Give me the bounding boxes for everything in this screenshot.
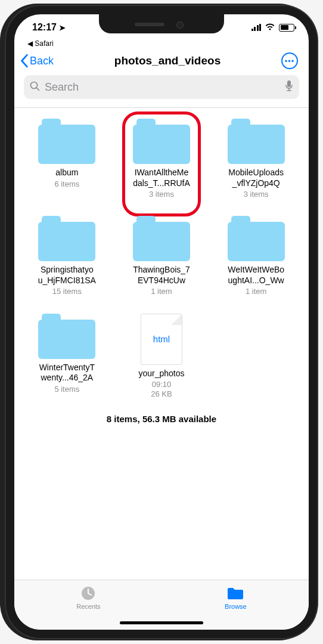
tab-recents[interactable]: Recents — [76, 585, 100, 630]
wifi-icon — [265, 22, 275, 33]
folder-item[interactable]: MobileUploads_vflYZjOp4Q3 items — [213, 119, 299, 199]
item-name: WinterTwentyT — [39, 363, 95, 373]
back-button[interactable]: Back — [20, 54, 54, 67]
item-name: album — [55, 168, 78, 178]
svg-rect-2 — [287, 80, 291, 87]
notch — [99, 14, 224, 33]
item-meta: 1 item — [246, 287, 266, 296]
search-icon — [30, 81, 40, 94]
search-input[interactable] — [40, 81, 285, 94]
item-name-line2: _vflYZjOp4Q — [232, 178, 280, 189]
folder-item[interactable]: album6 items — [24, 119, 110, 199]
folder-icon — [38, 314, 95, 359]
item-meta: 3 items — [149, 190, 174, 199]
folder-icon — [228, 119, 285, 164]
folder-icon — [38, 119, 95, 164]
folder-item[interactable]: WeItWeItWeBoughtAI...O_Ww1 item — [213, 216, 299, 296]
phone-frame: 12:17 ➤ ◀ Safari Back photos_and_videos … — [6, 6, 317, 638]
location-icon: ➤ — [59, 23, 66, 32]
svg-line-1 — [36, 88, 39, 90]
page-title: photos_and_videos — [114, 54, 220, 67]
folder-icon — [38, 216, 95, 261]
item-name: your_photos — [138, 369, 184, 379]
more-button[interactable]: ••• — [281, 52, 298, 69]
item-name: WeItWeItWeBo — [228, 265, 284, 275]
item-name-line2: wenty...46_2A — [41, 373, 93, 383]
tab-label: Recents — [76, 603, 100, 610]
app-return-breadcrumb[interactable]: ◀ Safari — [14, 39, 309, 48]
home-indicator[interactable] — [120, 621, 203, 624]
item-name-line2: u_HjFMCI81SA — [38, 275, 96, 286]
item-meta: 3 items — [244, 190, 269, 199]
item-name: ThawingBois_7 — [133, 265, 190, 275]
folder-icon — [133, 119, 190, 164]
item-meta: 5 items — [54, 385, 79, 394]
folder-icon — [228, 216, 285, 261]
back-label: Back — [30, 55, 54, 67]
folder-item[interactable]: ThawingBois_7EVT94HcUw1 item — [119, 216, 205, 296]
microphone-icon[interactable] — [285, 80, 293, 94]
item-name: IWantAlltheMe — [135, 168, 189, 178]
folder-icon — [133, 216, 190, 261]
file-grid: album6 itemsIWantAlltheMedals_T...RRUfA3… — [24, 119, 299, 400]
folder-item[interactable]: WinterTwentyTwenty...46_2A5 items — [24, 314, 110, 400]
item-name-line2: dals_T...RRUfA — [133, 178, 190, 189]
item-meta: 09:10 26 KB — [151, 380, 172, 400]
item-name-line2: EVT94HcUw — [138, 275, 185, 286]
item-name: Springisthatyo — [41, 265, 94, 275]
item-name: MobileUploads — [228, 168, 284, 178]
tab-browse[interactable]: Browse — [225, 585, 247, 630]
item-name-line2: ughtAI...O_Ww — [228, 275, 284, 286]
ellipsis-icon: ••• — [285, 57, 295, 66]
content-area: album6 itemsIWantAlltheMedals_T...RRUfA3… — [14, 108, 309, 580]
battery-icon — [279, 24, 294, 32]
screen: 12:17 ➤ ◀ Safari Back photos_and_videos … — [14, 14, 309, 630]
folder-icon — [227, 585, 244, 602]
signal-icon — [251, 24, 262, 31]
file-icon: html — [141, 314, 182, 365]
folder-item[interactable]: Springisthatyou_HjFMCI81SA15 items — [24, 216, 110, 296]
item-meta: 6 items — [54, 179, 79, 189]
item-meta: 1 item — [151, 287, 172, 296]
tab-bar: Recents Browse — [14, 580, 309, 630]
tab-label: Browse — [225, 603, 247, 610]
clock-icon — [80, 585, 97, 602]
storage-summary: 8 items, 56.3 MB available — [24, 400, 299, 432]
item-meta: 15 items — [52, 287, 82, 296]
nav-bar: Back photos_and_videos ••• — [14, 48, 309, 73]
folder-item[interactable]: IWantAlltheMedals_T...RRUfA3 items — [119, 119, 205, 199]
status-time: 12:17 — [32, 22, 57, 33]
search-bar[interactable] — [24, 75, 299, 99]
file-item[interactable]: htmlyour_photos09:10 26 KB — [119, 314, 205, 400]
